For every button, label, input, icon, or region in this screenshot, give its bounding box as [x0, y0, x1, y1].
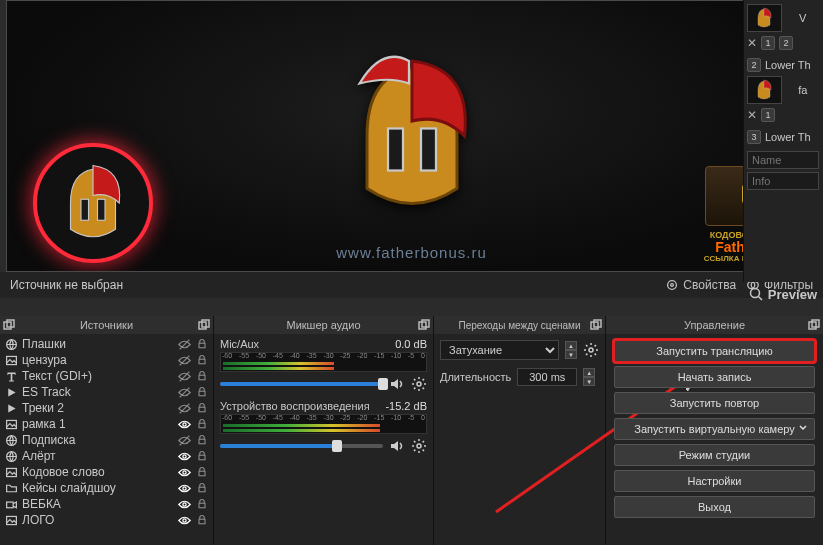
source-name: Кейсы слайдшоу	[22, 481, 173, 495]
visibility-toggle-icon[interactable]	[177, 449, 191, 463]
source-row[interactable]: Треки 2	[2, 400, 211, 416]
source-name: Алёрт	[22, 449, 173, 463]
control-button[interactable]: Запустить виртуальную камеру	[614, 418, 815, 440]
lock-toggle-icon[interactable]	[195, 465, 209, 479]
source-row[interactable]: Текст (GDI+)	[2, 368, 211, 384]
properties-button[interactable]: Свойства	[665, 278, 736, 292]
svg-rect-28	[199, 423, 205, 428]
control-button[interactable]: Запустить повтор	[614, 392, 815, 414]
scene-thumbnail[interactable]	[747, 76, 782, 104]
visibility-toggle-icon[interactable]	[177, 353, 191, 367]
image-icon	[4, 417, 18, 431]
control-button[interactable]: Начать запись	[614, 366, 815, 388]
image-icon	[4, 513, 18, 527]
source-row[interactable]: Подписка	[2, 432, 211, 448]
transition-select[interactable]: Затухание	[440, 340, 559, 360]
control-button[interactable]: Запустить трансляцию	[614, 340, 815, 362]
scene-page-button[interactable]: 1	[761, 108, 775, 122]
scene-page-button[interactable]: 1	[761, 36, 775, 50]
dock-popout-icon[interactable]	[589, 318, 603, 332]
svg-point-4	[668, 281, 677, 290]
visibility-toggle-icon[interactable]	[177, 513, 191, 527]
scene-title: Lower Th	[765, 59, 811, 71]
svg-rect-19	[199, 359, 205, 364]
lock-toggle-icon[interactable]	[195, 401, 209, 415]
volume-slider[interactable]	[220, 382, 383, 386]
preview-url-text: www.fatherbonus.ru	[336, 244, 487, 261]
visibility-toggle-icon[interactable]	[177, 433, 191, 447]
visibility-toggle-icon[interactable]	[177, 369, 191, 383]
scene-name-input[interactable]	[747, 151, 819, 169]
transitions-dock: Переходы между сценами Затухание ▲▼ Длит…	[434, 316, 606, 545]
control-button[interactable]: Режим студии	[614, 444, 815, 466]
scene-caption: fa	[786, 76, 820, 104]
lock-toggle-icon[interactable]	[195, 417, 209, 431]
gear-icon[interactable]	[411, 438, 427, 454]
source-name: Кодовое слово	[22, 465, 173, 479]
scene-remove-button[interactable]: ✕	[747, 36, 757, 50]
gear-icon[interactable]	[411, 376, 427, 392]
lock-toggle-icon[interactable]	[195, 433, 209, 447]
sources-dock: Источники ПлашкицензураТекст (GDI+)ES Tr…	[0, 316, 214, 545]
speaker-icon[interactable]	[389, 376, 405, 392]
duration-stepper[interactable]: ▲▼	[583, 368, 595, 386]
globe-icon	[4, 433, 18, 447]
chevron-down-icon[interactable]	[798, 423, 812, 435]
source-row[interactable]: ЛОГО	[2, 512, 211, 528]
scene-list-sidebar: V ✕ 1 2 2 Lower Th fa ✕ 1 3 Lower Th	[743, 0, 823, 282]
lock-toggle-icon[interactable]	[195, 481, 209, 495]
volume-slider[interactable]	[220, 444, 383, 448]
source-row[interactable]: Кейсы слайдшоу	[2, 480, 211, 496]
lock-toggle-icon[interactable]	[195, 513, 209, 527]
source-row[interactable]: ВЕБКА	[2, 496, 211, 512]
program-preview[interactable]: www.fatherbonus.ru КОДОВОЕ СЛОВО FatherS…	[6, 0, 817, 272]
lock-toggle-icon[interactable]	[195, 497, 209, 511]
source-row[interactable]: ES Track	[2, 384, 211, 400]
scene-page-button[interactable]: 2	[779, 36, 793, 50]
preview-toolbar: Источник не выбран Свойства Фильтры	[0, 272, 823, 298]
scene-number-badge: 3	[747, 130, 761, 144]
svg-rect-40	[6, 502, 13, 508]
control-button[interactable]: Выход	[614, 496, 815, 518]
visibility-toggle-icon[interactable]	[177, 417, 191, 431]
mixer-channel: Устройство воспроизведения-15.2 dB-60-55…	[220, 400, 427, 454]
source-row[interactable]: Кодовое слово	[2, 464, 211, 480]
lock-toggle-icon[interactable]	[195, 385, 209, 399]
transition-stepper[interactable]: ▲▼	[565, 341, 577, 359]
dock-popout-icon[interactable]	[417, 318, 431, 332]
dock-popout-icon[interactable]	[2, 318, 16, 332]
lock-toggle-icon[interactable]	[195, 337, 209, 351]
scene-thumbnail[interactable]	[747, 4, 782, 32]
scene-info-input[interactable]	[747, 172, 819, 190]
lock-toggle-icon[interactable]	[195, 369, 209, 383]
lock-toggle-icon[interactable]	[195, 353, 209, 367]
globe-icon	[4, 337, 18, 351]
control-button[interactable]: Настройки	[614, 470, 815, 492]
source-row[interactable]: рамка 1	[2, 416, 211, 432]
svg-rect-34	[199, 455, 205, 460]
svg-point-5	[671, 284, 674, 287]
visibility-toggle-icon[interactable]	[177, 481, 191, 495]
source-name: цензура	[22, 353, 173, 367]
visibility-toggle-icon[interactable]	[177, 401, 191, 415]
visibility-toggle-icon[interactable]	[177, 497, 191, 511]
duration-input[interactable]	[517, 368, 577, 386]
dock-popout-icon[interactable]	[197, 318, 211, 332]
source-row[interactable]: Плашки	[2, 336, 211, 352]
no-source-selected-label: Источник не выбран	[10, 278, 123, 292]
dock-popout-icon[interactable]	[807, 318, 821, 332]
lock-toggle-icon[interactable]	[195, 449, 209, 463]
visibility-toggle-icon[interactable]	[177, 385, 191, 399]
image-icon	[4, 465, 18, 479]
source-row[interactable]: цензура	[2, 352, 211, 368]
preview-button[interactable]: Preview	[748, 286, 817, 302]
scene-remove-button[interactable]: ✕	[747, 108, 757, 122]
visibility-toggle-icon[interactable]	[177, 465, 191, 479]
source-row[interactable]: Алёрт	[2, 448, 211, 464]
speaker-icon[interactable]	[389, 438, 405, 454]
center-logo	[327, 36, 497, 236]
mixer-channel: Mic/Aux0.0 dB-60-55-50-45-40-35-30-25-20…	[220, 338, 427, 392]
audio-meter: -60-55-50-45-40-35-30-25-20-15-10-50	[220, 414, 427, 434]
gear-icon[interactable]	[583, 342, 599, 358]
visibility-toggle-icon[interactable]	[177, 337, 191, 351]
